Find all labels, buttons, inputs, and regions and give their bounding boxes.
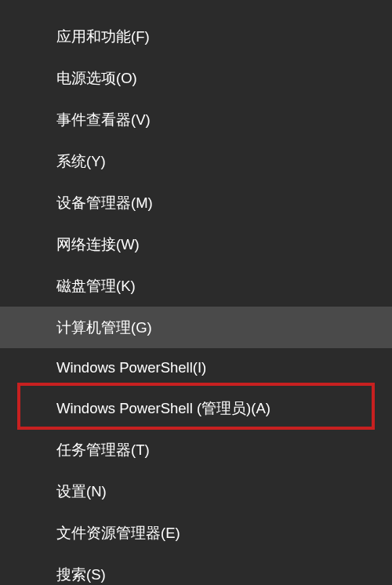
menu-item-label: 网络连接(W) [56, 236, 140, 253]
menu-item-network-connections[interactable]: 网络连接(W) [0, 223, 392, 265]
menu-item-label: 电源选项(O) [56, 70, 137, 86]
menu-item-search[interactable]: 搜索(S) [0, 554, 392, 585]
menu-item-power-options[interactable]: 电源选项(O) [0, 57, 392, 99]
menu-item-label: 文件资源管理器(E) [56, 525, 180, 541]
menu-item-label: 系统(Y) [56, 153, 106, 169]
menu-item-label: Windows PowerShell(I) [56, 359, 206, 376]
menu-item-system[interactable]: 系统(Y) [0, 140, 392, 182]
menu-item-label: 磁盘管理(K) [56, 278, 136, 294]
menu-item-computer-management[interactable]: 计算机管理(G) [0, 307, 392, 348]
menu-item-label: 搜索(S) [56, 566, 106, 583]
menu-item-powershell[interactable]: Windows PowerShell(I) [0, 348, 392, 387]
menu-item-task-manager[interactable]: 任务管理器(T) [0, 429, 392, 471]
menu-item-event-viewer[interactable]: 事件查看器(V) [0, 99, 392, 140]
menu-item-label: 设置(N) [56, 483, 107, 500]
menu-item-label: 事件查看器(V) [56, 111, 151, 128]
menu-item-settings[interactable]: 设置(N) [0, 471, 392, 512]
menu-item-label: Windows PowerShell (管理员)(A) [56, 400, 270, 416]
menu-item-label: 应用和功能(F) [56, 28, 150, 45]
menu-item-label: 计算机管理(G) [56, 319, 152, 336]
menu-item-powershell-admin[interactable]: Windows PowerShell (管理员)(A) [0, 387, 392, 429]
menu-item-file-explorer[interactable]: 文件资源管理器(E) [0, 512, 392, 554]
menu-item-device-manager[interactable]: 设备管理器(M) [0, 182, 392, 223]
menu-item-label: 任务管理器(T) [56, 441, 150, 458]
winx-context-menu: 应用和功能(F) 电源选项(O) 事件查看器(V) 系统(Y) 设备管理器(M)… [0, 0, 392, 585]
menu-item-apps-features[interactable]: 应用和功能(F) [0, 16, 392, 57]
menu-item-disk-management[interactable]: 磁盘管理(K) [0, 265, 392, 307]
menu-item-label: 设备管理器(M) [56, 194, 153, 211]
